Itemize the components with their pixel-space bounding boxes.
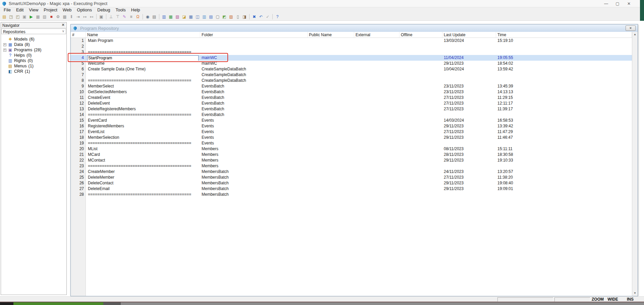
- settings-icon[interactable]: ⚙: [55, 14, 61, 20]
- cell-name[interactable]: ========================================…: [86, 49, 200, 55]
- table-row[interactable]: 13 DeleteRegisteredMembers EventsBatch 2…: [71, 106, 632, 112]
- menu-item[interactable]: Tools: [113, 7, 128, 13]
- column-header-name[interactable]: Name: [86, 32, 200, 38]
- close-button[interactable]: ✕: [623, 0, 635, 7]
- Helps[interactable]: ? Helps (0): [1, 53, 66, 58]
- table-row[interactable]: 1 Main Program 13/03/2024 15:19:10: [71, 38, 632, 44]
- name-edit-field[interactable]: ========================================…: [87, 141, 192, 146]
- run-icon[interactable]: ▶: [28, 14, 34, 20]
- name-edit-field[interactable]: EventCard: [87, 118, 108, 123]
- name-edit-field[interactable]: StartProgram: [87, 55, 199, 61]
- event-manager-icon[interactable]: Ω: [135, 14, 141, 20]
- comment-icon[interactable]: ▯: [235, 14, 241, 20]
- cell-folder[interactable]: EventsBatch: [200, 95, 308, 101]
- name-edit-field[interactable]: DeleteRegisteredMembers: [87, 107, 137, 112]
- delete-icon[interactable]: ✖: [251, 14, 257, 20]
- name-edit-field[interactable]: ========================================…: [87, 78, 192, 83]
- scroll-down-icon[interactable]: ▼: [632, 291, 638, 296]
- CRR[interactable]: ◧ CRR (1): [1, 69, 66, 74]
- Programs[interactable]: + ▣ Programs (28): [1, 47, 66, 53]
- find-results-icon[interactable]: ▤: [151, 14, 157, 20]
- table-row[interactable]: 9 MemberSelect EventsBatch 23/11/2023 13…: [71, 83, 632, 89]
- minimize-button[interactable]: —: [600, 0, 612, 7]
- scroll-up-icon[interactable]: ▲: [632, 32, 638, 37]
- expander-icon[interactable]: [3, 65, 6, 68]
- menu-item[interactable]: Edit: [13, 7, 26, 13]
- sql-window-icon[interactable]: ▣: [98, 14, 104, 20]
- Models[interactable]: ❖ Models (6): [1, 37, 66, 42]
- table-row[interactable]: 17 EventList Events 27/11/2023 11:47:29: [71, 129, 632, 135]
- table-row[interactable]: 2: [71, 44, 632, 49]
- models-repository-icon[interactable]: ▥: [161, 14, 167, 20]
- cell-folder[interactable]: MembersBatch: [200, 186, 308, 192]
- name-edit-field[interactable]: ========================================…: [87, 50, 192, 55]
- programs-repository-icon[interactable]: ▧: [174, 14, 180, 20]
- cell-folder[interactable]: EventsBatch: [200, 101, 308, 106]
- name-edit-field[interactable]: RegisteredMembers: [87, 124, 125, 129]
- cell-name[interactable]: Main Program: [86, 38, 200, 44]
- cell-folder[interactable]: MembersBatch: [200, 192, 308, 197]
- step-over-icon[interactable]: ↦: [82, 14, 88, 20]
- cell-name[interactable]: ========================================…: [86, 192, 200, 197]
- cell-folder[interactable]: Events: [200, 135, 308, 140]
- expander-icon[interactable]: +: [3, 49, 6, 52]
- cell-name[interactable]: DeleteContact: [86, 180, 200, 186]
- cell-name[interactable]: EventList: [86, 129, 200, 135]
- column-header-offline[interactable]: Offline: [399, 32, 442, 38]
- column-header-public-name[interactable]: Public Name: [308, 32, 354, 38]
- cell-name[interactable]: GetSelectedMembers: [86, 89, 200, 95]
- table-row[interactable]: 15 EventCard Events 14/03/2024 16:58:53: [71, 118, 632, 123]
- cell-name[interactable]: [86, 72, 200, 78]
- cell-name[interactable]: DeleteEmail: [86, 186, 200, 192]
- table-row[interactable]: 28 =====================================…: [71, 192, 632, 197]
- cell-name[interactable]: MContact: [86, 158, 200, 163]
- cell-folder[interactable]: CreateSampleDataBatch: [200, 66, 308, 72]
- open-icon[interactable]: ◳: [8, 14, 14, 20]
- name-edit-field[interactable]: DeleteMember: [87, 175, 115, 180]
- repository-titlebar[interactable]: Program Repository ✕: [71, 24, 638, 32]
- column-header-time[interactable]: Time: [496, 32, 632, 38]
- expander-icon[interactable]: [3, 54, 6, 57]
- cell-name[interactable]: MList: [86, 146, 200, 152]
- cell-name[interactable]: CreateMember: [86, 169, 200, 175]
- cell-folder[interactable]: EventsBatch: [200, 89, 308, 95]
- name-edit-field[interactable]: Welcome: [87, 61, 105, 66]
- cell-name[interactable]: ========================================…: [86, 112, 200, 118]
- data-repository-icon[interactable]: ▦: [168, 14, 174, 20]
- cell-folder[interactable]: EventsBatch: [200, 112, 308, 118]
- name-edit-field[interactable]: EventList: [87, 129, 105, 134]
- navigator-close-icon[interactable]: ✕: [61, 23, 65, 27]
- name-edit-field[interactable]: Main Program: [87, 38, 114, 43]
- cell-name[interactable]: DeleteRegisteredMembers: [86, 106, 200, 112]
- cell-folder[interactable]: Events: [200, 118, 308, 123]
- table-row[interactable]: 18 MemberSelection Events 29/11/2023 11:…: [71, 135, 632, 140]
- apply-icon[interactable]: ✓: [265, 14, 271, 20]
- cell-folder[interactable]: Events: [200, 123, 308, 129]
- cross-reference-icon[interactable]: ⊤: [115, 14, 121, 20]
- repository-selector[interactable]: Repositories ∨: [1, 28, 66, 34]
- table-row[interactable]: 16 RegisteredMembers Events 29/11/2023 1…: [71, 123, 632, 129]
- save-icon[interactable]: ◰: [15, 14, 21, 20]
- print-icon[interactable]: ▣: [21, 14, 28, 20]
- cell-folder[interactable]: [200, 38, 308, 44]
- Rights[interactable]: ▥ Rights (0): [1, 58, 66, 63]
- step-into-icon[interactable]: ⇥: [75, 14, 81, 20]
- table-row[interactable]: 4 StartProgram mainWC 11/04/2024 19:05:5…: [71, 55, 632, 61]
- apps-icon[interactable]: ◪: [181, 14, 187, 20]
- name-edit-field[interactable]: ========================================…: [87, 112, 192, 117]
- cell-name[interactable]: CreateEvent: [86, 95, 200, 101]
- cell-folder[interactable]: EventsBatch: [200, 106, 308, 112]
- helps-repository-icon[interactable]: ▥: [201, 14, 207, 20]
- rights-repository-icon[interactable]: ▤: [208, 14, 214, 20]
- cell-folder[interactable]: Members: [200, 152, 308, 158]
- cell-folder[interactable]: CreateSampleDataBatch: [200, 78, 308, 83]
- cell-folder[interactable]: Events: [200, 140, 308, 146]
- cell-name[interactable]: [86, 44, 200, 49]
- cell-name[interactable]: ========================================…: [86, 78, 200, 83]
- name-edit-field[interactable]: DeleteContact: [87, 181, 114, 186]
- table-row[interactable]: 8 ======================================…: [71, 78, 632, 83]
- step-out-icon[interactable]: ↤: [89, 14, 95, 20]
- cell-name[interactable]: ========================================…: [86, 163, 200, 169]
- table-row[interactable]: 7 CreateSampleDataBatch: [71, 72, 632, 78]
- cell-folder[interactable]: mainWC: [200, 61, 308, 66]
